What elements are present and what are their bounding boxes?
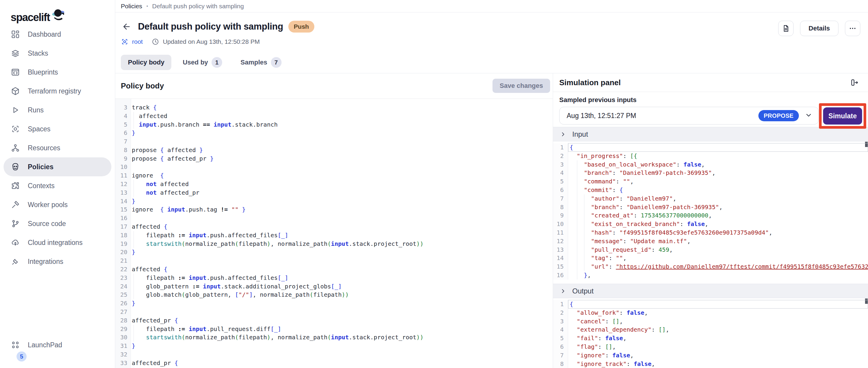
output-section-header[interactable]: Output	[553, 284, 868, 298]
code-line: 33affected_pr {	[115, 359, 553, 367]
sampled-input-select[interactable]: Aug 13th, 12:51:27 PM PROPOSE	[559, 107, 819, 124]
sidebar-item-dashboard[interactable]: Dashboard	[0, 25, 115, 44]
code-text: affected_pr {	[131, 316, 553, 325]
code-line: 12 "message": "Update main.tf",	[553, 237, 868, 246]
sidebar-item-policies[interactable]: Policies	[4, 158, 112, 176]
line-number: 16	[553, 271, 568, 280]
sidebar-item-label: Spaces	[28, 125, 51, 133]
line-number: 3	[553, 160, 568, 169]
details-button[interactable]: Details	[800, 21, 838, 36]
integrations-icon	[11, 257, 20, 266]
tab-samples[interactable]: Samples7	[234, 53, 289, 72]
sidebar-item-resources[interactable]: Resources	[0, 138, 115, 158]
notification-badge[interactable]: 5	[17, 351, 27, 362]
tab-policy-body[interactable]: Policy body	[121, 55, 172, 70]
input-section-label: Input	[572, 130, 588, 138]
clock-icon	[152, 38, 159, 46]
line-number: 21	[115, 256, 131, 265]
code-line: 26}	[115, 299, 553, 308]
code-line: 7 "ignore": false,	[553, 351, 868, 360]
line-number: 12	[115, 180, 131, 189]
code-line: 7	[115, 137, 553, 146]
line-number: 22	[115, 265, 131, 274]
line-number: 8	[553, 203, 568, 211]
code-text: }	[131, 248, 553, 256]
sidebar-item-terraform-registry[interactable]: Terraform registry	[0, 82, 115, 101]
space-link[interactable]: root	[132, 38, 143, 45]
page-title: Default push policy with sampling	[138, 21, 283, 32]
line-number: 8	[115, 146, 131, 154]
sampled-inputs-label: Sampled previous inputs	[559, 96, 868, 104]
policy-code-editor[interactable]: 3track {4 affected5 input.push.branch ==…	[115, 99, 553, 368]
code-text: glob.match(glob_pattern, ["/"], normaliz…	[131, 290, 553, 299]
tab-count-badge: 7	[271, 57, 282, 68]
code-line: 1{	[553, 143, 868, 152]
line-number: 2	[553, 309, 568, 317]
line-number: 11	[553, 228, 568, 237]
sidebar-item-source-code[interactable]: Source code	[0, 214, 115, 233]
line-number: 6	[553, 186, 568, 194]
more-button[interactable]	[845, 21, 860, 36]
chevron-right-icon	[560, 288, 566, 294]
selected-input-timestamp: Aug 13th, 12:51:27 PM	[567, 112, 758, 120]
code-line: 23 filepath := input.push.affected_files…	[115, 274, 553, 282]
sidebar-item-label: Contexts	[28, 182, 55, 190]
code-line: 1{	[553, 300, 868, 309]
sidebar-item-cloud-integrations[interactable]: Cloud integrations	[0, 233, 115, 252]
input-section-header[interactable]: Input	[553, 127, 868, 141]
code-text: not affected_pr	[131, 189, 553, 197]
breadcrumb-policies-link[interactable]: Policies	[121, 3, 142, 10]
code-line: 3 "cancel": [],	[553, 317, 868, 326]
stacks-icon	[11, 49, 20, 58]
line-number: 10	[115, 163, 131, 171]
code-line: 10	[115, 163, 553, 171]
sidebar-item-blueprints[interactable]: Blueprints	[0, 63, 115, 82]
arrow-left-icon	[122, 22, 131, 31]
sidebar-item-integrations[interactable]: Integrations	[0, 252, 115, 271]
code-text: affected	[131, 112, 553, 120]
code-line: 30 startswith(normalize_path(filepath), …	[115, 333, 553, 342]
ellipsis-icon	[849, 25, 857, 32]
sidebar-item-stacks[interactable]: Stacks	[0, 44, 115, 63]
tabs: Policy bodyUsed by1Samples7	[121, 53, 868, 72]
code-line: 14 "tag": "",	[553, 254, 868, 262]
line-number: 14	[553, 254, 568, 262]
updated-timestamp: Updated on Aug 13th, 12:50:28 PM	[163, 38, 260, 45]
line-number: 5	[115, 120, 131, 129]
code-line: 20}	[115, 248, 553, 256]
spacelift-logo[interactable]: spacelift	[0, 0, 115, 24]
back-button[interactable]	[121, 21, 133, 32]
sidebar-item-spaces[interactable]: Spaces	[0, 119, 115, 138]
code-text: "author": "Daniellem97",	[568, 194, 868, 203]
header-actions: Details	[778, 21, 860, 36]
logo-text: spacelift	[11, 11, 50, 24]
sidebar-item-label: Source code	[28, 220, 66, 228]
code-text	[131, 214, 553, 223]
code-text: "flag": [],	[568, 343, 868, 351]
sidebar-item-runs[interactable]: Runs	[0, 101, 115, 119]
output-json-editor[interactable]: 1{2 "allow_fork": false,3 "cancel": [],4…	[553, 298, 868, 368]
collapse-panel-button[interactable]	[848, 77, 860, 88]
line-number: 4	[553, 325, 568, 334]
code-text: "commit": {	[568, 186, 868, 194]
breadcrumb-separator: •	[146, 4, 148, 9]
line-number: 3	[115, 103, 131, 112]
code-text: propose { affected_pr }	[131, 154, 553, 163]
code-line: 17affected {	[115, 223, 553, 231]
policy-type-badge: Push	[288, 21, 314, 32]
sidebar-item-contexts[interactable]: Contexts	[0, 176, 115, 195]
save-changes-button[interactable]: Save changes	[493, 79, 550, 93]
simulate-button[interactable]: Simulate	[823, 107, 862, 124]
sidebar-item-label: Terraform registry	[28, 87, 81, 95]
annotation-highlight: Simulate	[819, 103, 866, 129]
tab-used-by[interactable]: Used by1	[176, 53, 229, 72]
code-line: 8 "branch": "Daniellem97-patch-369935",	[553, 203, 868, 211]
sidebar-item-worker-pools[interactable]: Worker pools	[0, 195, 115, 214]
sidebar-item-label: LaunchPad	[28, 341, 62, 349]
sidebar-item-launchpad[interactable]: LaunchPad	[0, 336, 115, 355]
input-json-editor[interactable]: 1{2 "in_progress": [{3 "based_on_local_w…	[553, 141, 868, 284]
blueprints-icon	[11, 67, 20, 77]
code-line: 5 "fail": false,	[553, 334, 868, 343]
document-button[interactable]	[778, 21, 794, 36]
chevron-down-icon	[805, 111, 812, 120]
